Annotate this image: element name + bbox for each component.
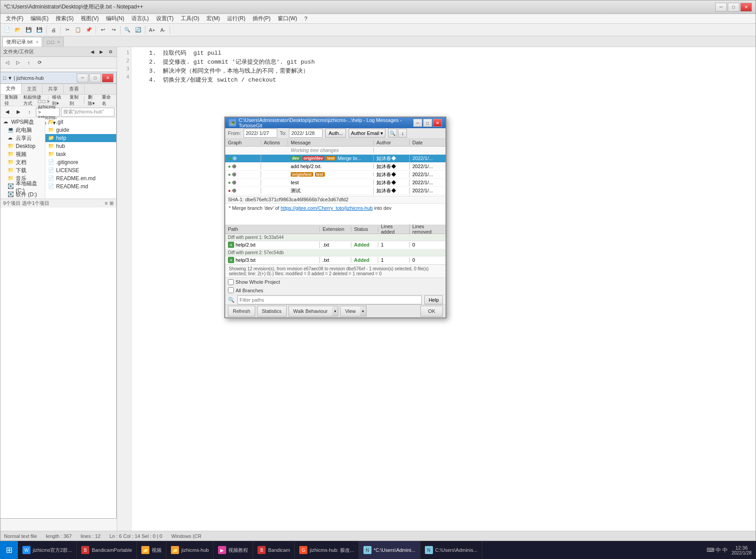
log-row-2[interactable]: ● ⊕ origin/test test 如沐春◆ 2022/1/... [225, 171, 446, 179]
explorer-file-readme[interactable]: 📄 README.md [45, 182, 116, 191]
toolbar-save-all[interactable]: 💾 [35, 25, 44, 35]
menu-language[interactable]: 语言(L) [128, 14, 153, 23]
explorer-minimize-btn[interactable]: ─ [77, 74, 88, 82]
menu-run[interactable]: 运行(R) [223, 14, 249, 23]
action-add-4-icon[interactable]: ⊕ [232, 179, 236, 186]
action-add-icon[interactable]: ⊕ [232, 155, 237, 161]
action-add-2-icon[interactable]: ⊕ [232, 163, 236, 169]
explorer-nav-docs[interactable]: 📁 文档 [0, 158, 45, 166]
explorer-forward-btn[interactable]: ▶ [13, 107, 23, 117]
explorer-nav-pc[interactable]: 💻 此电脑 [0, 126, 45, 134]
editor-content[interactable]: 1. 拉取代码 git pull 2. 提交修改. git commit '记录… [131, 47, 756, 87]
filter-email-dropdown[interactable]: Author Email ▾ [349, 129, 385, 138]
toolbar-zoom-out[interactable]: A- [158, 25, 168, 35]
notepad-minimize-btn[interactable]: ─ [715, 3, 727, 12]
filter-search-btn[interactable]: 🔍 [388, 129, 397, 138]
checkbox-whole-project[interactable] [228, 279, 234, 285]
explorer-back-btn[interactable]: ◀ [2, 107, 12, 117]
panel-toolbar-btn2[interactable]: ▷ [13, 58, 23, 68]
panel-toolbar-btn3[interactable]: ↑ [24, 58, 34, 68]
filter-down-btn[interactable]: ↓ [398, 129, 407, 138]
explorer-file-readme-en[interactable]: 📄 README.en.md [45, 174, 116, 182]
explorer-close-btn[interactable]: ✕ [102, 74, 114, 82]
toolbar-cut[interactable]: ✂ [62, 25, 72, 35]
explorer-tab-share[interactable]: 共享 [43, 84, 64, 94]
explorer-nav-desktop[interactable]: 📁 Desktop [0, 142, 45, 150]
toolbar-new[interactable]: 📄 [2, 25, 12, 35]
explorer-rename-btn[interactable]: 重命名 [100, 95, 114, 105]
taskbar-video[interactable]: 📁 视频 [137, 541, 166, 559]
explorer-file-task[interactable]: 📁 task [45, 150, 116, 158]
panel-toolbar-btn4[interactable]: ⟳ [35, 58, 44, 68]
action-add-5-icon[interactable]: ⊕ [232, 187, 236, 194]
notepad-maximize-btn[interactable]: □ [728, 3, 739, 12]
menu-settings[interactable]: 设置(T) [153, 14, 177, 23]
explorer-search-input[interactable]: 搜索"jizhicms-hub" [61, 108, 115, 117]
taskbar-bandicam[interactable]: B Bandicam [253, 541, 295, 559]
menu-plugins[interactable]: 插件(P) [249, 14, 274, 23]
view-list-icon[interactable]: ≡ [105, 200, 108, 206]
menu-encoding[interactable]: 编码(N) [102, 14, 128, 23]
explorer-nav-wps[interactable]: ☁ WPS网盘 [0, 118, 45, 126]
tab-close-notes[interactable]: ✕ [35, 39, 40, 45]
taskbar-jizhicms-hub[interactable]: 📁 jizhicms-hub [166, 541, 214, 559]
taskbar-jizhicms[interactable]: W jizhicms官方2群... [18, 541, 77, 559]
explorer-file-license[interactable]: 📄 LICENSE [45, 166, 116, 174]
log-row-0[interactable]: ● ⊕ dev origin/dev test Merge br... 如沐春◆… [225, 155, 446, 163]
explorer-maximize-btn[interactable]: □ [89, 74, 101, 82]
explorer-file-guide[interactable]: 📁 guide [45, 126, 116, 134]
explorer-address-bar[interactable]: □ □ > jizhicms > jizhicms-hub > ▼ [36, 108, 60, 117]
view-dropdown-arrow[interactable]: ▾ [360, 306, 367, 316]
filter-help-btn[interactable]: Help [424, 295, 443, 304]
toolbar-copy[interactable]: 📋 [73, 25, 83, 35]
tab-notes[interactable]: 使用记录.txt ✕ [2, 37, 42, 47]
toolbar-undo[interactable]: ↩ [98, 25, 108, 35]
dialog-minimize-btn[interactable]: ─ [413, 119, 422, 127]
explorer-tab-home[interactable]: 主页 [22, 84, 43, 94]
filter-from-input[interactable] [244, 129, 277, 138]
dialog-maximize-btn[interactable]: □ [423, 119, 432, 127]
explorer-file-git[interactable]: 📁 .git [45, 118, 116, 126]
toolbar-replace[interactable]: 🔄 [133, 25, 143, 35]
toolbar-open[interactable]: 📂 [13, 25, 23, 35]
explorer-nav-c[interactable]: 💽 本地磁盘 (C:) [0, 182, 45, 191]
menu-edit[interactable]: 编辑(E) [27, 14, 52, 23]
tab-close-second[interactable]: ✕ [56, 39, 61, 45]
menu-search[interactable]: 搜索(S) [52, 14, 77, 23]
explorer-nav-video[interactable]: 📁 视频 [0, 150, 45, 158]
checkbox-all-branches[interactable] [228, 287, 234, 293]
explorer-tab-view[interactable]: 查看 [64, 84, 85, 94]
log-row-working[interactable]: Working tree changes [225, 147, 446, 155]
taskbar-notepad-active[interactable]: N *C:\Users\Admini... [359, 541, 420, 559]
taskbar-video-tutorial[interactable]: ▶ 视频教程 [214, 541, 253, 559]
menu-macro[interactable]: 宏(M) [203, 14, 223, 23]
refresh-button[interactable]: Refresh [228, 306, 255, 316]
filter-to-input[interactable] [289, 129, 323, 138]
panel-btn1[interactable]: ◀ [89, 48, 96, 56]
toolbar-zoom-in[interactable]: A+ [147, 25, 157, 35]
statistics-button[interactable]: Statistics [257, 306, 287, 316]
explorer-copy-path-btn[interactable]: 复制路径 [2, 95, 20, 105]
filter-author-btn[interactable]: Auth... [325, 129, 346, 138]
menu-tools[interactable]: 工具(O) [177, 14, 203, 23]
toolbar-print[interactable]: 🖨 [48, 25, 58, 35]
log-row-1[interactable]: ● ⊕ add help/2.txt. 如沐春◆ 2022/1/... [225, 163, 446, 171]
panel-btn3[interactable]: ⚙ [107, 48, 114, 56]
commit-link[interactable]: https://gitee.com/Cherry_toto/jizhicms-h… [280, 205, 372, 211]
toolbar-find[interactable]: 🔍 [122, 25, 132, 35]
walk-behaviour-button[interactable]: Walk Behaviour [288, 306, 332, 316]
notepad-close-btn[interactable]: ✕ [740, 3, 752, 12]
explorer-tab-file[interactable]: 文件 [0, 84, 22, 94]
menu-window[interactable]: 窗口(W) [274, 14, 301, 23]
toolbar-redo[interactable]: ↪ [109, 25, 118, 35]
explorer-file-hub[interactable]: 📁 hub [45, 142, 116, 150]
panel-toolbar-btn1[interactable]: ◁ [2, 58, 12, 68]
menu-file[interactable]: 文件(F) [2, 14, 27, 23]
explorer-up-btn[interactable]: ↑ [25, 107, 35, 117]
view-button[interactable]: View [340, 306, 360, 316]
file-row-1[interactable]: A help/3.txt .txt Added 1 0 [225, 256, 446, 264]
explorer-delete-btn[interactable]: 删除▾ [86, 95, 99, 105]
action-add-3-icon[interactable]: ⊕ [232, 171, 236, 178]
taskbar-notepad[interactable]: N C:\Users\Adminis... [420, 541, 482, 559]
menu-view[interactable]: 视图(V) [77, 14, 102, 23]
